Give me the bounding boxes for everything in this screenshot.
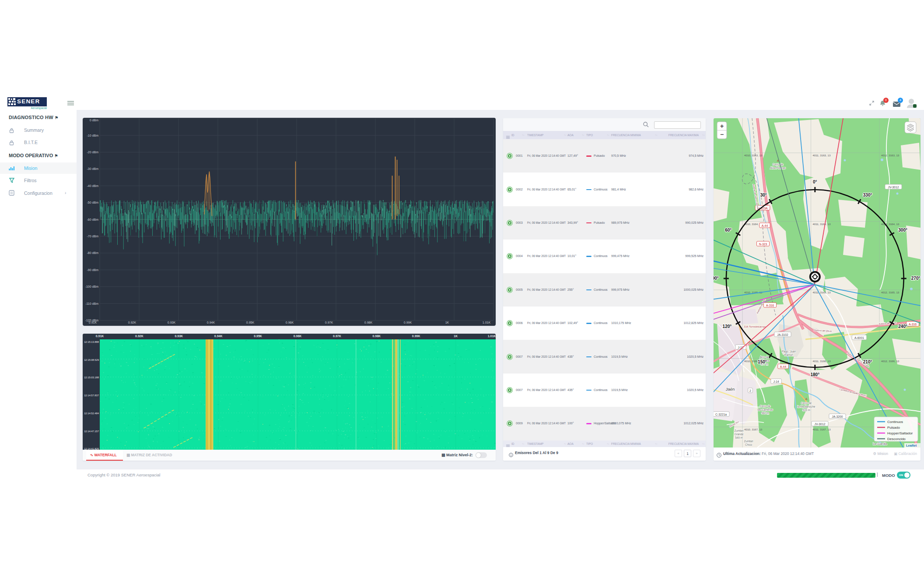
svg-text:Chico: Chico: [745, 443, 752, 446]
svg-text:-110 dBm: -110 dBm: [85, 302, 98, 305]
svg-text:Cerro de: Cerro de: [801, 402, 812, 405]
svg-text:Desconcido: Desconcido: [887, 437, 906, 441]
svg-text:0.91K: 0.91K: [89, 321, 97, 324]
svg-text:Continuos: Continuos: [887, 420, 903, 424]
svg-text:la Medianoche: la Medianoche: [798, 405, 816, 408]
svg-text:1K: 1K: [445, 321, 449, 324]
svg-text:549 m: 549 m: [735, 436, 743, 439]
svg-text:-70 dBm: -70 dBm: [87, 235, 99, 238]
svg-text:-90 dBm: -90 dBm: [87, 268, 99, 271]
svg-text:-30 dBm: -30 dBm: [87, 167, 99, 170]
svg-text:150°: 150°: [758, 359, 767, 364]
svg-text:−: −: [720, 131, 724, 138]
svg-text:JA-3102: JA-3102: [777, 333, 788, 336]
svg-text:Cerro de: Cerro de: [773, 163, 784, 166]
svg-text:0.92K: 0.92K: [128, 321, 136, 324]
svg-text:JV-3012: JV-3012: [888, 186, 899, 189]
svg-text:N-323: N-323: [759, 243, 767, 246]
svg-text:La Guardia: La Guardia: [873, 442, 887, 445]
svg-text:0.96K: 0.96K: [286, 321, 294, 324]
svg-text:270°: 270°: [911, 276, 920, 281]
svg-text:Zumbel: Zumbel: [744, 440, 753, 443]
svg-text:-100 dBm: -100 dBm: [85, 285, 99, 288]
svg-text:Jaén: Jaén: [726, 387, 735, 391]
svg-text:-80 dBm: -80 dBm: [87, 251, 99, 254]
svg-text:0.95K: 0.95K: [246, 321, 255, 324]
svg-text:30°: 30°: [760, 193, 767, 197]
svg-text:210°: 210°: [863, 359, 872, 364]
svg-text:A-6001: A-6001: [854, 336, 864, 339]
svg-text:4010, 3163, 13: 4010, 3163, 13: [744, 154, 763, 157]
svg-text:0 dBm: 0 dBm: [90, 119, 98, 122]
svg-text:C-3221a: C-3221a: [715, 413, 727, 416]
svg-text:Hopper/Saltador: Hopper/Saltador: [887, 431, 913, 435]
svg-text:JV-3012: JV-3012: [815, 423, 826, 426]
svg-text:-20 dBm: -20 dBm: [87, 151, 99, 154]
svg-text:-60 dBm: -60 dBm: [87, 218, 99, 221]
svg-text:-10 dBm: -10 dBm: [87, 134, 99, 137]
svg-text:A-316: A-316: [909, 323, 917, 326]
svg-text:Pago “Juan: Pago “Juan: [782, 350, 796, 353]
svg-text:533 m: 533 m: [802, 409, 810, 412]
svg-text:JA-3200: JA-3200: [832, 415, 843, 418]
svg-text:560 m: 560 m: [761, 412, 769, 415]
svg-text:Cerro de: Cerro de: [760, 405, 771, 408]
svg-text:Ramol”: Ramol”: [784, 353, 793, 356]
svg-text:J-14: J-14: [773, 380, 779, 383]
svg-text:2: 2: [749, 389, 751, 392]
svg-text:4011, 3167, 13: 4011, 3167, 13: [813, 428, 831, 431]
svg-text:4012, 3166, 13: 4012, 3166, 13: [881, 359, 900, 363]
svg-text:4011, 3166, 13: 4011, 3166, 13: [813, 359, 831, 363]
svg-text:316 Torredelcampo: 316 Torredelcampo: [744, 325, 766, 328]
svg-text:+: +: [720, 123, 724, 130]
svg-text:-50 dBm: -50 dBm: [87, 201, 99, 204]
svg-text:300°: 300°: [898, 228, 907, 233]
svg-text:90°: 90°: [714, 276, 719, 281]
svg-text:Leaflet: Leaflet: [906, 444, 917, 448]
svg-text:A-44: A-44: [780, 365, 787, 368]
svg-text:4011, 3165, 13: 4011, 3165, 13: [813, 291, 831, 294]
svg-text:180°: 180°: [810, 372, 819, 377]
svg-text:330°: 330°: [863, 193, 872, 197]
svg-text:0.99K: 0.99K: [404, 321, 412, 324]
svg-text:Zumbel: Zumbel: [735, 429, 744, 432]
svg-text:Arro de: Arro de: [760, 356, 769, 359]
svg-text:A-316: A-316: [766, 304, 774, 307]
svg-text:4012, 3165, 13: 4012, 3165, 13: [881, 291, 900, 294]
svg-text:Alza Piernas: Alza Piernas: [770, 166, 785, 169]
svg-text:Grande: Grande: [734, 433, 744, 436]
svg-text:0.98K: 0.98K: [364, 321, 373, 324]
svg-text:las Canteras: las Canteras: [757, 408, 773, 411]
svg-text:1.01K: 1.01K: [483, 321, 491, 324]
svg-text:4011, 3163, 13: 4011, 3163, 13: [813, 154, 831, 157]
svg-text:240°: 240°: [898, 324, 907, 329]
svg-text:60°: 60°: [725, 228, 732, 233]
svg-text:4011, 3164, 13: 4011, 3164, 13: [813, 222, 831, 226]
svg-text:120°: 120°: [723, 324, 732, 329]
svg-text:0.97K: 0.97K: [325, 321, 333, 324]
svg-text:A-44: A-44: [762, 224, 768, 227]
svg-text:Pulsado: Pulsado: [887, 426, 900, 430]
svg-text:-40 dBm: -40 dBm: [87, 184, 99, 187]
svg-text:0.94K: 0.94K: [207, 321, 215, 324]
svg-text:0.93K: 0.93K: [168, 321, 176, 324]
svg-text:0°: 0°: [813, 180, 817, 184]
svg-text:4012, 3163, 13: 4012, 3163, 13: [881, 154, 900, 157]
svg-text:4010, 3167, 13: 4010, 3167, 13: [744, 428, 763, 431]
